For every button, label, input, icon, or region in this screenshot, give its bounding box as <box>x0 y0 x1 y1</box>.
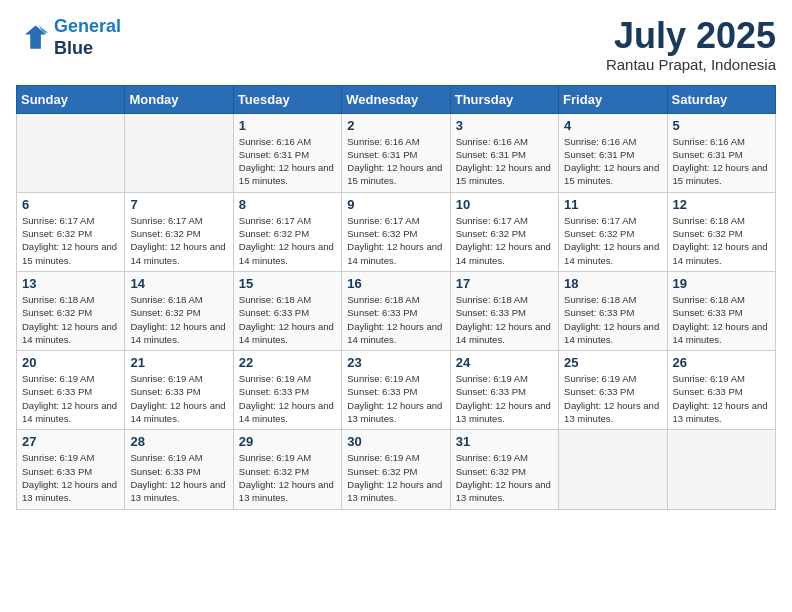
day-number: 2 <box>347 118 444 133</box>
day-info: Sunrise: 6:19 AM Sunset: 6:32 PM Dayligh… <box>239 451 336 504</box>
day-number: 18 <box>564 276 661 291</box>
calendar-cell: 20Sunrise: 6:19 AM Sunset: 6:33 PM Dayli… <box>17 351 125 430</box>
day-info: Sunrise: 6:19 AM Sunset: 6:32 PM Dayligh… <box>347 451 444 504</box>
day-number: 21 <box>130 355 227 370</box>
title-block: July 2025 Rantau Prapat, Indonesia <box>606 16 776 73</box>
calendar-cell: 2Sunrise: 6:16 AM Sunset: 6:31 PM Daylig… <box>342 113 450 192</box>
calendar-cell: 10Sunrise: 6:17 AM Sunset: 6:32 PM Dayli… <box>450 192 558 271</box>
calendar-cell <box>17 113 125 192</box>
calendar-week-row: 1Sunrise: 6:16 AM Sunset: 6:31 PM Daylig… <box>17 113 776 192</box>
calendar-cell: 4Sunrise: 6:16 AM Sunset: 6:31 PM Daylig… <box>559 113 667 192</box>
day-number: 31 <box>456 434 553 449</box>
day-number: 6 <box>22 197 119 212</box>
day-number: 14 <box>130 276 227 291</box>
calendar-cell: 15Sunrise: 6:18 AM Sunset: 6:33 PM Dayli… <box>233 271 341 350</box>
calendar-week-row: 13Sunrise: 6:18 AM Sunset: 6:32 PM Dayli… <box>17 271 776 350</box>
day-of-week-header: Thursday <box>450 85 558 113</box>
day-of-week-header: Monday <box>125 85 233 113</box>
day-number: 10 <box>456 197 553 212</box>
calendar-cell: 12Sunrise: 6:18 AM Sunset: 6:32 PM Dayli… <box>667 192 775 271</box>
calendar-cell: 1Sunrise: 6:16 AM Sunset: 6:31 PM Daylig… <box>233 113 341 192</box>
day-of-week-header: Saturday <box>667 85 775 113</box>
day-info: Sunrise: 6:19 AM Sunset: 6:33 PM Dayligh… <box>564 372 661 425</box>
day-info: Sunrise: 6:18 AM Sunset: 6:33 PM Dayligh… <box>456 293 553 346</box>
day-info: Sunrise: 6:19 AM Sunset: 6:33 PM Dayligh… <box>456 372 553 425</box>
calendar-cell: 16Sunrise: 6:18 AM Sunset: 6:33 PM Dayli… <box>342 271 450 350</box>
calendar-cell: 23Sunrise: 6:19 AM Sunset: 6:33 PM Dayli… <box>342 351 450 430</box>
calendar-cell: 3Sunrise: 6:16 AM Sunset: 6:31 PM Daylig… <box>450 113 558 192</box>
logo-text: General Blue <box>54 16 121 59</box>
calendar-cell: 11Sunrise: 6:17 AM Sunset: 6:32 PM Dayli… <box>559 192 667 271</box>
calendar-cell: 17Sunrise: 6:18 AM Sunset: 6:33 PM Dayli… <box>450 271 558 350</box>
calendar-cell: 27Sunrise: 6:19 AM Sunset: 6:33 PM Dayli… <box>17 430 125 509</box>
day-info: Sunrise: 6:18 AM Sunset: 6:33 PM Dayligh… <box>564 293 661 346</box>
location: Rantau Prapat, Indonesia <box>606 56 776 73</box>
day-info: Sunrise: 6:17 AM Sunset: 6:32 PM Dayligh… <box>347 214 444 267</box>
calendar-cell: 7Sunrise: 6:17 AM Sunset: 6:32 PM Daylig… <box>125 192 233 271</box>
day-number: 8 <box>239 197 336 212</box>
day-number: 26 <box>673 355 770 370</box>
day-number: 16 <box>347 276 444 291</box>
day-number: 4 <box>564 118 661 133</box>
day-info: Sunrise: 6:19 AM Sunset: 6:33 PM Dayligh… <box>130 451 227 504</box>
calendar-cell: 28Sunrise: 6:19 AM Sunset: 6:33 PM Dayli… <box>125 430 233 509</box>
logo: General Blue <box>16 16 121 59</box>
day-number: 1 <box>239 118 336 133</box>
day-of-week-header: Tuesday <box>233 85 341 113</box>
day-info: Sunrise: 6:18 AM Sunset: 6:33 PM Dayligh… <box>673 293 770 346</box>
day-number: 9 <box>347 197 444 212</box>
day-info: Sunrise: 6:16 AM Sunset: 6:31 PM Dayligh… <box>456 135 553 188</box>
day-number: 20 <box>22 355 119 370</box>
calendar-cell: 14Sunrise: 6:18 AM Sunset: 6:32 PM Dayli… <box>125 271 233 350</box>
day-of-week-header: Sunday <box>17 85 125 113</box>
month-title: July 2025 <box>606 16 776 56</box>
day-number: 17 <box>456 276 553 291</box>
calendar-cell: 5Sunrise: 6:16 AM Sunset: 6:31 PM Daylig… <box>667 113 775 192</box>
calendar-cell: 13Sunrise: 6:18 AM Sunset: 6:32 PM Dayli… <box>17 271 125 350</box>
calendar-header-row: SundayMondayTuesdayWednesdayThursdayFrid… <box>17 85 776 113</box>
day-info: Sunrise: 6:19 AM Sunset: 6:33 PM Dayligh… <box>347 372 444 425</box>
day-info: Sunrise: 6:19 AM Sunset: 6:33 PM Dayligh… <box>22 372 119 425</box>
day-info: Sunrise: 6:19 AM Sunset: 6:33 PM Dayligh… <box>239 372 336 425</box>
calendar-week-row: 20Sunrise: 6:19 AM Sunset: 6:33 PM Dayli… <box>17 351 776 430</box>
day-number: 27 <box>22 434 119 449</box>
day-info: Sunrise: 6:17 AM Sunset: 6:32 PM Dayligh… <box>564 214 661 267</box>
calendar-cell: 30Sunrise: 6:19 AM Sunset: 6:32 PM Dayli… <box>342 430 450 509</box>
day-number: 28 <box>130 434 227 449</box>
day-number: 23 <box>347 355 444 370</box>
calendar-cell: 9Sunrise: 6:17 AM Sunset: 6:32 PM Daylig… <box>342 192 450 271</box>
calendar-cell: 31Sunrise: 6:19 AM Sunset: 6:32 PM Dayli… <box>450 430 558 509</box>
day-info: Sunrise: 6:17 AM Sunset: 6:32 PM Dayligh… <box>456 214 553 267</box>
calendar-cell: 8Sunrise: 6:17 AM Sunset: 6:32 PM Daylig… <box>233 192 341 271</box>
day-info: Sunrise: 6:18 AM Sunset: 6:32 PM Dayligh… <box>673 214 770 267</box>
day-number: 19 <box>673 276 770 291</box>
day-number: 30 <box>347 434 444 449</box>
calendar-cell: 26Sunrise: 6:19 AM Sunset: 6:33 PM Dayli… <box>667 351 775 430</box>
day-number: 22 <box>239 355 336 370</box>
day-number: 11 <box>564 197 661 212</box>
calendar-week-row: 27Sunrise: 6:19 AM Sunset: 6:33 PM Dayli… <box>17 430 776 509</box>
day-info: Sunrise: 6:16 AM Sunset: 6:31 PM Dayligh… <box>239 135 336 188</box>
day-number: 12 <box>673 197 770 212</box>
day-info: Sunrise: 6:17 AM Sunset: 6:32 PM Dayligh… <box>130 214 227 267</box>
day-info: Sunrise: 6:16 AM Sunset: 6:31 PM Dayligh… <box>347 135 444 188</box>
calendar-cell <box>667 430 775 509</box>
day-info: Sunrise: 6:18 AM Sunset: 6:33 PM Dayligh… <box>239 293 336 346</box>
calendar-cell: 18Sunrise: 6:18 AM Sunset: 6:33 PM Dayli… <box>559 271 667 350</box>
day-of-week-header: Friday <box>559 85 667 113</box>
calendar-cell: 19Sunrise: 6:18 AM Sunset: 6:33 PM Dayli… <box>667 271 775 350</box>
day-info: Sunrise: 6:17 AM Sunset: 6:32 PM Dayligh… <box>22 214 119 267</box>
day-info: Sunrise: 6:19 AM Sunset: 6:33 PM Dayligh… <box>673 372 770 425</box>
day-of-week-header: Wednesday <box>342 85 450 113</box>
calendar-cell: 29Sunrise: 6:19 AM Sunset: 6:32 PM Dayli… <box>233 430 341 509</box>
day-number: 25 <box>564 355 661 370</box>
calendar-cell: 24Sunrise: 6:19 AM Sunset: 6:33 PM Dayli… <box>450 351 558 430</box>
day-number: 29 <box>239 434 336 449</box>
calendar-table: SundayMondayTuesdayWednesdayThursdayFrid… <box>16 85 776 510</box>
day-number: 5 <box>673 118 770 133</box>
day-info: Sunrise: 6:18 AM Sunset: 6:32 PM Dayligh… <box>22 293 119 346</box>
page-header: General Blue July 2025 Rantau Prapat, In… <box>16 16 776 73</box>
calendar-cell <box>559 430 667 509</box>
calendar-cell: 25Sunrise: 6:19 AM Sunset: 6:33 PM Dayli… <box>559 351 667 430</box>
day-number: 15 <box>239 276 336 291</box>
